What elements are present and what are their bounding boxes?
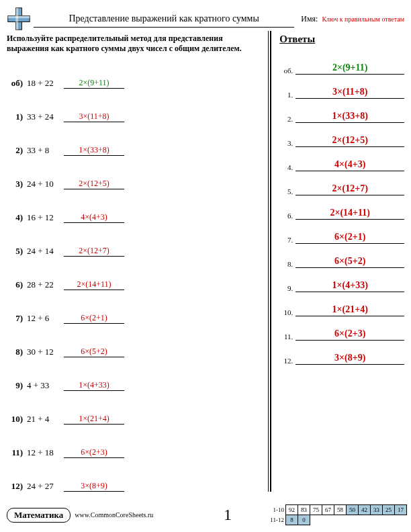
answer-number: 8.: [279, 260, 295, 268]
problem-answer: 6×(2+1): [64, 313, 124, 324]
problem-answer: 1×(4+33): [64, 380, 124, 391]
problem-number: 1): [7, 112, 27, 122]
answer-row: 4.4×(4+3): [279, 147, 404, 171]
problem-answer: 3×(11+8): [64, 112, 124, 122]
problem-row: 9)4 + 331×(4+33): [7, 357, 265, 391]
answer-number: 10.: [279, 308, 295, 316]
answer-row: 9.1×(4+33): [279, 268, 404, 292]
answer-value: 4×(4+3): [295, 159, 404, 171]
problem-expression: 21 + 4: [27, 414, 64, 425]
subject-box: Математика: [7, 508, 71, 523]
problem-expression: 24 + 27: [27, 481, 64, 492]
problem-number: 12): [7, 481, 27, 492]
answer-number: 9.: [279, 284, 295, 292]
problem-row: 4)16 + 124×(4+3): [7, 189, 265, 223]
score-cell: 67: [322, 505, 334, 515]
problem-expression: 12 + 6: [27, 313, 64, 324]
answer-value: 3×(8+9): [295, 353, 404, 365]
problem-row: 12)24 + 273×(8+9): [7, 458, 265, 492]
problem-answer: 4×(4+3): [64, 212, 124, 223]
problem-number: 3): [7, 179, 27, 189]
footer: Математика www.CommonCoreSheets.ru 1 1-1…: [7, 504, 407, 525]
problem-answer: 2×(12+5): [64, 179, 124, 189]
answer-value: 2×(9+11): [295, 62, 404, 75]
score-cell: 92: [285, 505, 298, 515]
problem-expression: 33 + 8: [27, 145, 64, 156]
problem-expression: 16 + 12: [27, 212, 64, 223]
problem-expression: 18 + 22: [27, 78, 64, 89]
score-cell: 75: [310, 505, 322, 515]
problems-list: об)18 + 222×(9+11)1)33 + 243×(11+8)2)33 …: [7, 55, 265, 492]
problem-expression: 33 + 24: [27, 112, 64, 122]
problem-expression: 30 + 12: [27, 347, 64, 357]
problem-expression: 28 + 22: [27, 279, 64, 290]
answer-value: 6×(2+1): [295, 232, 404, 244]
problem-row: 3)24 + 102×(12+5): [7, 156, 265, 189]
answer-number: 6.: [279, 212, 295, 220]
svg-rect-2: [16, 8, 19, 30]
answer-value: 1×(4+33): [295, 280, 404, 292]
answer-value: 1×(33+8): [295, 111, 404, 123]
problem-row: 1)33 + 243×(11+8): [7, 89, 265, 122]
page-title: Представление выражений как кратного сум…: [34, 11, 294, 28]
problem-number: 10): [7, 414, 27, 425]
svg-rect-3: [8, 16, 30, 19]
answer-row: 2.1×(33+8): [279, 99, 404, 123]
score-cell: 33: [370, 505, 382, 515]
problem-answer: 1×(21+4): [64, 414, 124, 425]
problem-number: 6): [7, 279, 27, 290]
answer-row: 5.2×(12+7): [279, 171, 404, 195]
plus-icon: [7, 7, 31, 31]
answer-number: 1.: [279, 91, 295, 99]
score-cell: 83: [298, 505, 310, 515]
answer-value: 2×(12+7): [295, 183, 404, 195]
problem-number: 11): [7, 447, 27, 458]
score-grid: 1-109283756758504233251711-1280: [268, 504, 407, 525]
answer-value: 2×(14+11): [295, 208, 404, 220]
score-row-label: 11-12: [268, 515, 285, 525]
answer-number: 7.: [279, 236, 295, 244]
score-cell: 58: [334, 505, 346, 515]
problem-expression: 4 + 33: [27, 380, 64, 391]
instructions: Используйте распределительный метод для …: [7, 31, 265, 55]
score-cell: 8: [285, 515, 298, 525]
problem-answer: 1×(33+8): [64, 145, 124, 156]
score-cell: 17: [394, 505, 406, 515]
answer-number: 11.: [279, 332, 295, 341]
answer-value: 1×(21+4): [295, 304, 404, 316]
answer-number: 3.: [279, 139, 295, 147]
problem-answer: 6×(2+3): [64, 447, 124, 458]
name-label: Имя:: [294, 14, 318, 24]
answer-number: 5.: [279, 187, 295, 195]
problem-row: 5)24 + 142×(12+7): [7, 223, 265, 257]
problem-expression: 12 + 18: [27, 447, 64, 458]
problem-number: об): [7, 78, 27, 89]
score-row-label: 1-10: [268, 505, 285, 515]
answer-row: 1.3×(11+8): [279, 75, 404, 99]
problem-answer: 2×(12+7): [64, 246, 124, 257]
problem-number: 7): [7, 313, 27, 324]
problem-answer: 3×(8+9): [64, 481, 124, 492]
answer-row: 3.2×(12+5): [279, 123, 404, 147]
problem-number: 8): [7, 347, 27, 357]
problem-row: 8)30 + 126×(5+2): [7, 324, 265, 357]
site-url: www.CommonCoreSheets.ru: [71, 511, 153, 519]
problem-row: 10)21 + 41×(21+4): [7, 391, 265, 425]
score-cell: 0: [298, 515, 310, 525]
problem-row: 2)33 + 81×(33+8): [7, 122, 265, 156]
problem-number: 2): [7, 145, 27, 156]
answer-number: 12.: [279, 357, 295, 365]
answer-key-label: Ключ к правильным ответам: [318, 15, 404, 23]
score-cell: 50: [346, 505, 358, 515]
problem-expression: 24 + 10: [27, 179, 64, 189]
answer-value: 6×(2+3): [295, 328, 404, 341]
problem-number: 9): [7, 380, 27, 391]
answer-value: 6×(5+2): [295, 256, 404, 268]
answer-number: об.: [279, 66, 295, 75]
score-cell: 25: [382, 505, 394, 515]
problem-expression: 24 + 14: [27, 246, 64, 257]
score-cell: 42: [358, 505, 370, 515]
answers-header: Ответы: [279, 31, 404, 50]
answer-number: 2.: [279, 115, 295, 123]
answers-list: об.2×(9+11)1.3×(11+8)2.1×(33+8)3.2×(12+5…: [279, 50, 404, 365]
